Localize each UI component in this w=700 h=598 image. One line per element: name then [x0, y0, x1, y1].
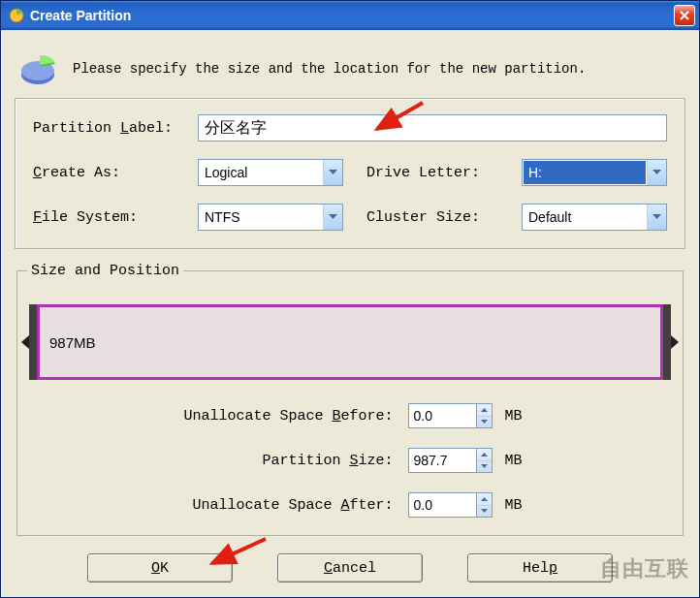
dialog-button-row: OK Cancel Help	[15, 553, 685, 582]
close-button[interactable]	[674, 5, 695, 26]
watermark-text: 自由互联	[600, 554, 689, 583]
partition-label-label: Partition Label:	[33, 120, 198, 137]
app-icon	[9, 8, 24, 23]
space-before-label: Unallocate Space Before:	[177, 408, 400, 425]
partition-size-spinner[interactable]	[408, 448, 493, 473]
partition-label-input[interactable]	[198, 114, 667, 142]
create-as-label: Create As:	[33, 165, 198, 181]
cancel-button[interactable]: Cancel	[277, 553, 423, 582]
spinner-up-icon[interactable]	[477, 404, 492, 417]
partition-size-input[interactable]	[408, 448, 476, 473]
partition-pie-icon	[18, 49, 57, 88]
space-before-input[interactable]	[408, 403, 476, 428]
space-after-spinner[interactable]	[408, 492, 493, 518]
drive-letter-label: Drive Letter:	[366, 165, 522, 181]
chevron-down-icon	[323, 160, 342, 185]
partition-settings-group: Partition Label: Create As: Logical	[15, 98, 685, 249]
unit-label: MB	[504, 408, 522, 425]
chevron-down-icon	[647, 160, 666, 185]
space-before-spinner[interactable]	[408, 403, 493, 428]
titlebar[interactable]: Create Partition	[1, 1, 699, 30]
chevron-down-icon	[323, 205, 342, 230]
chevron-down-icon	[647, 205, 666, 230]
create-partition-dialog: Create Partition Please specify the size…	[0, 0, 700, 598]
create-as-dropdown[interactable]: Logical	[198, 159, 343, 186]
spinner-down-icon[interactable]	[477, 506, 492, 518]
space-after-label: Unallocate Space After:	[177, 497, 400, 514]
unit-label: MB	[504, 497, 522, 514]
resize-handle-left[interactable]	[29, 304, 37, 380]
drive-letter-dropdown[interactable]: H:	[522, 159, 667, 186]
cluster-size-label: Cluster Size:	[366, 209, 522, 226]
unit-label: MB	[504, 453, 522, 469]
partition-bar-text: 987MB	[49, 334, 96, 351]
help-button[interactable]: Help	[467, 553, 613, 582]
file-system-dropdown[interactable]: NTFS	[198, 204, 343, 231]
size-position-group: Size and Position 987MB Unallocate Space…	[16, 263, 684, 536]
spinner-up-icon[interactable]	[477, 493, 492, 506]
space-after-input[interactable]	[408, 492, 476, 518]
ok-button[interactable]: OK	[87, 553, 233, 582]
window-title: Create Partition	[30, 8, 674, 23]
spinner-up-icon[interactable]	[477, 449, 492, 461]
partition-bar[interactable]: 987MB	[37, 304, 663, 380]
size-position-legend: Size and Position	[27, 263, 183, 279]
resize-handle-right[interactable]	[663, 304, 671, 380]
partition-size-label: Partition Size:	[177, 453, 400, 469]
cluster-size-dropdown[interactable]: Default	[522, 204, 667, 231]
file-system-label: File System:	[33, 209, 198, 226]
partition-slider[interactable]: 987MB	[29, 304, 671, 380]
spinner-down-icon[interactable]	[477, 461, 492, 473]
intro-row: Please specify the size and the location…	[15, 44, 685, 98]
spinner-down-icon[interactable]	[477, 417, 492, 428]
intro-text: Please specify the size and the location…	[73, 61, 586, 77]
